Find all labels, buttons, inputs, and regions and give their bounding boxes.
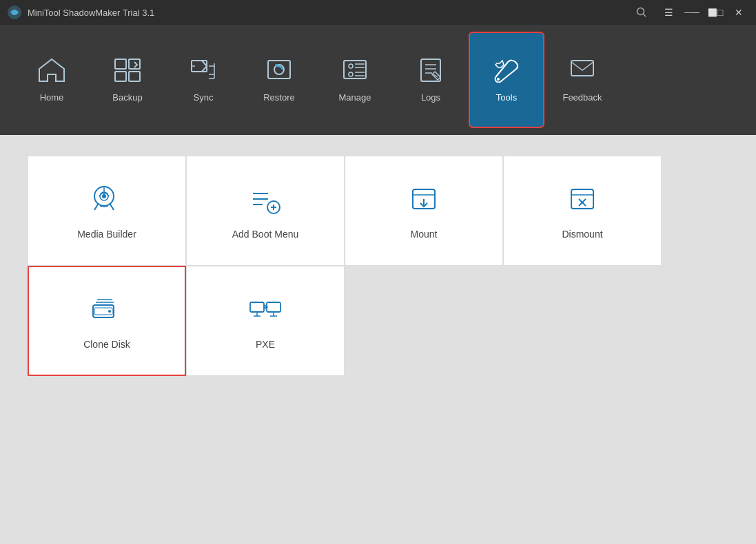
sync-icon [190, 58, 217, 87]
window-controls: ☰ ─ □ ✕ [658, 3, 749, 22]
nav-feedback[interactable]: Feedback [544, 32, 620, 128]
backup-icon [114, 58, 141, 87]
svg-point-14 [349, 72, 353, 76]
pxe-icon [247, 293, 283, 331]
pxe-label: PXE [256, 339, 275, 350]
nav-backup-label: Backup [112, 92, 142, 103]
clone-disk-icon [89, 293, 125, 331]
tool-mount[interactable]: Mount [345, 156, 503, 266]
navbar: Home Backup Sync [0, 25, 756, 135]
svg-line-2 [644, 14, 646, 17]
dismount-label: Dismount [562, 229, 602, 240]
tools-icon [493, 58, 520, 87]
app-logo [7, 5, 22, 20]
svg-rect-8 [268, 61, 290, 79]
nav-manage[interactable]: Manage [317, 32, 393, 128]
add-boot-menu-icon [247, 182, 283, 220]
manage-icon [341, 58, 369, 87]
clone-disk-label: Clone Disk [83, 339, 130, 350]
tool-row-2: Clone Disk [28, 266, 728, 376]
tool-clone-disk[interactable]: Clone Disk [28, 266, 186, 376]
tool-media-builder[interactable]: Media Builder [28, 156, 186, 266]
svg-point-39 [108, 310, 111, 313]
mount-label: Mount [411, 229, 438, 240]
home-icon [38, 58, 65, 87]
tool-dismount[interactable]: Dismount [503, 156, 662, 266]
nav-sync[interactable]: Sync [165, 32, 241, 128]
svg-point-1 [637, 8, 644, 15]
media-builder-label: Media Builder [77, 229, 136, 240]
nav-backup[interactable]: Backup [90, 32, 165, 128]
svg-rect-18 [421, 59, 440, 81]
svg-point-22 [497, 78, 500, 81]
svg-point-11 [349, 64, 353, 68]
nav-sync-label: Sync [194, 92, 214, 103]
feedback-icon [569, 58, 596, 87]
main-content: Media Builder Add Boot Menu [0, 135, 756, 544]
tool-row-1: Media Builder Add Boot Menu [28, 156, 728, 266]
tool-pxe[interactable]: PXE [186, 266, 345, 376]
nav-restore-label: Restore [263, 92, 295, 103]
add-boot-menu-label: Add Boot Menu [232, 229, 299, 240]
titlebar: MiniTool ShadowMaker Trial 3.1 ☰ ─ □ ✕ [0, 0, 756, 25]
tool-grid: Media Builder Add Boot Menu [28, 156, 728, 376]
minimize-button[interactable]: ─ [682, 3, 702, 22]
media-builder-icon [89, 182, 125, 220]
svg-rect-43 [267, 302, 280, 312]
nav-tools-label: Tools [496, 92, 517, 103]
svg-rect-34 [571, 189, 593, 209]
restore-icon [265, 58, 293, 87]
svg-rect-23 [571, 61, 593, 76]
svg-rect-6 [129, 72, 140, 81]
nav-restore[interactable]: Restore [241, 32, 317, 128]
svg-point-26 [102, 194, 106, 198]
nav-manage-label: Manage [339, 92, 371, 103]
maximize-button[interactable]: □ [705, 3, 726, 22]
svg-rect-40 [250, 302, 264, 312]
tool-add-boot-menu[interactable]: Add Boot Menu [186, 156, 345, 266]
close-button[interactable]: ✕ [728, 3, 749, 22]
search-button[interactable] [632, 3, 651, 22]
nav-tools[interactable]: Tools [469, 32, 544, 128]
nav-feedback-label: Feedback [562, 92, 602, 103]
svg-rect-5 [115, 72, 126, 81]
svg-rect-3 [115, 59, 126, 69]
nav-logs[interactable]: Logs [393, 32, 469, 128]
logs-icon [417, 58, 445, 87]
nav-home[interactable]: Home [14, 32, 90, 128]
hamburger-button[interactable]: ☰ [658, 3, 679, 22]
nav-logs-label: Logs [421, 92, 440, 103]
mount-icon [406, 182, 442, 220]
app-title: MiniTool ShadowMaker Trial 3.1 [28, 8, 632, 18]
dismount-icon [564, 182, 600, 220]
nav-home-label: Home [40, 92, 64, 103]
